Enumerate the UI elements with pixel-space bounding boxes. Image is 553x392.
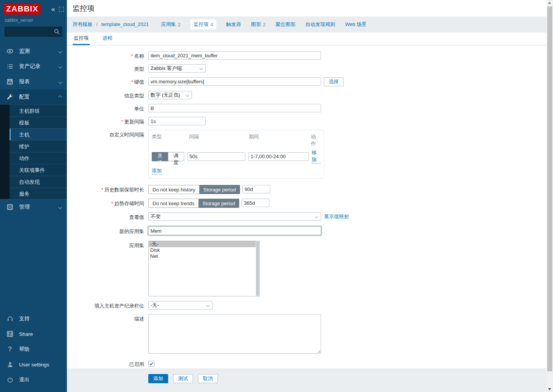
inventory-select-value: -无-	[151, 302, 159, 309]
sidebar-item-share[interactable]: Z Share	[0, 326, 67, 342]
application-option-disk[interactable]: Disk	[149, 247, 256, 253]
flexible-button[interactable]: 灵活	[152, 152, 168, 161]
info-type-select[interactable]: 数字 (无正负)	[148, 91, 192, 99]
nav-applications[interactable]: 应用集2	[161, 21, 180, 28]
nav-label: 图形	[251, 21, 261, 28]
sidebar-item-event-correlation[interactable]: 关联项事件	[0, 164, 67, 176]
nav-items[interactable]: 监控项4	[190, 19, 216, 29]
search-icon[interactable]	[54, 29, 60, 35]
form-row-description: 描述	[67, 314, 547, 354]
nav-screens[interactable]: 聚合图形	[276, 21, 295, 28]
sidebar-item-label: 报表	[19, 78, 59, 85]
show-value-mappings-link[interactable]: 展示值映射	[324, 213, 349, 220]
sidebar-item-label: User settings	[19, 362, 49, 368]
period-input[interactable]	[248, 152, 309, 161]
sidebar-item-hosts[interactable]: 主机	[0, 128, 67, 140]
chevron-down-icon	[186, 94, 189, 97]
nav-triggers[interactable]: 触发器	[226, 21, 241, 28]
type-select[interactable]: Zabbix 客户端	[148, 64, 206, 73]
applications-listbox[interactable]: -无- Disk Net	[148, 241, 260, 296]
configuration-submenu: 主机群组 模板 主机 维护 动作 关联项事件 自动发现 服务	[0, 105, 67, 199]
key-select-button[interactable]: 选择	[324, 77, 344, 86]
update-interval-input[interactable]	[148, 117, 206, 125]
listbox-scrollbar-thumb[interactable]	[256, 241, 259, 296]
compact-view-icon[interactable]	[59, 7, 64, 12]
do-not-keep-trends-button[interactable]: Do not keep trends	[148, 199, 199, 208]
application-option-none[interactable]: -无-	[149, 241, 256, 247]
sidebar: ZABBIX « zabbix_server 监测	[0, 0, 67, 392]
sidebar-item-logout[interactable]: 退出	[0, 372, 67, 387]
application-option-net[interactable]: Net	[149, 253, 256, 259]
zabbix-app: ZABBIX « zabbix_server 监测	[0, 0, 553, 392]
sidebar-item-templates[interactable]: 模板	[0, 117, 67, 128]
units-input[interactable]	[148, 104, 321, 112]
sidebar-item-administration[interactable]: 管理	[0, 199, 67, 215]
sidebar-item-actions[interactable]: 动作	[0, 152, 67, 164]
sidebar-item-monitoring[interactable]: 监测	[0, 44, 67, 59]
headset-icon	[6, 316, 14, 322]
description-textarea[interactable]	[148, 314, 321, 354]
inventory-field-select[interactable]: -无-	[148, 301, 212, 309]
breadcrumb-template[interactable]: template_cloud_2021	[101, 21, 149, 27]
tab-item[interactable]: 监控项	[73, 35, 90, 45]
required-asterisk: *	[101, 187, 103, 193]
zabbix-logo[interactable]: ZABBIX	[4, 4, 41, 15]
sidebar-item-help[interactable]: ? 帮助	[0, 342, 67, 357]
interval-input[interactable]	[187, 152, 245, 161]
chevron-down-icon	[58, 65, 62, 68]
sidebar-item-user-settings[interactable]: User settings	[0, 357, 67, 372]
gear-icon	[6, 204, 14, 211]
form-row-value-map: 查看值 不变 展示值映射	[67, 212, 547, 221]
breadcrumb-all-templates[interactable]: 所有模板	[73, 21, 92, 27]
history-storage-period-button[interactable]: Storage period	[199, 185, 240, 194]
scheduling-button[interactable]: 调度	[168, 152, 184, 161]
nav-discovery-rules[interactable]: 自动发现规则	[305, 21, 335, 28]
sidebar-item-support[interactable]: 支持	[0, 311, 67, 326]
page-scrollbar[interactable]	[547, 0, 553, 392]
field-label: *更新间隔	[67, 117, 144, 125]
scroll-down-icon[interactable]	[548, 388, 551, 390]
trends-storage-period-button[interactable]: Storage period	[199, 199, 239, 208]
sidebar-item-services[interactable]: 服务	[0, 188, 67, 199]
eye-icon	[6, 48, 14, 55]
enabled-checkbox[interactable]	[148, 361, 154, 367]
sidebar-item-host-groups[interactable]: 主机群组	[0, 105, 67, 117]
add-button[interactable]: 添加	[148, 374, 168, 383]
sidebar-item-inventory[interactable]: 资产记录	[0, 59, 67, 74]
form-row-name: *名称	[67, 51, 547, 60]
remove-interval-link[interactable]: 移除	[312, 149, 321, 164]
collapse-sidebar-icon[interactable]: «	[51, 5, 55, 13]
sidebar-item-discovery[interactable]: 自动发现	[0, 176, 67, 188]
sidebar-item-label: Share	[19, 331, 33, 337]
key-input[interactable]	[148, 77, 321, 86]
test-button[interactable]: 测试	[173, 374, 193, 383]
nav-graphs[interactable]: 图形2	[251, 21, 266, 28]
scrollbar-thumb[interactable]	[547, 6, 552, 371]
history-period-input[interactable]	[242, 185, 270, 193]
sidebar-item-maintenance[interactable]: 维护	[0, 140, 67, 152]
add-interval-link[interactable]: 添加	[152, 167, 162, 175]
user-icon	[6, 361, 14, 368]
do-not-keep-history-button[interactable]: Do not keep history	[148, 185, 199, 194]
field-label: *历史数据保留时长	[67, 185, 144, 194]
sidebar-item-reports[interactable]: 报表	[0, 74, 67, 89]
nav-label: 自动发现规则	[305, 21, 335, 28]
tab-preprocessing[interactable]: 进程	[101, 35, 114, 45]
custom-interval-row: 灵活 调度 移除	[152, 149, 321, 164]
new-application-input[interactable]	[148, 227, 321, 235]
sidebar-item-label: 帮助	[19, 346, 29, 353]
scroll-up-icon[interactable]	[548, 2, 551, 4]
value-map-select[interactable]: 不变	[148, 212, 321, 221]
report-chart-icon	[6, 78, 14, 85]
nav-web-scenarios[interactable]: Web 场景	[345, 21, 367, 28]
name-input[interactable]	[148, 51, 321, 60]
server-name: zabbix_server	[0, 15, 67, 23]
field-label: 应用集	[67, 241, 144, 296]
sidebar-item-configuration[interactable]: 配置	[0, 89, 67, 105]
sidebar-logo-row: ZABBIX «	[0, 0, 67, 15]
context-navbar: 所有模板 / template_cloud_2021 应用集2 监控项4 触发器…	[67, 16, 547, 32]
listbox-scrollbar[interactable]	[256, 241, 259, 296]
required-asterisk: *	[111, 201, 113, 206]
trends-period-input[interactable]	[242, 199, 269, 207]
cancel-button[interactable]: 取消	[198, 374, 218, 383]
